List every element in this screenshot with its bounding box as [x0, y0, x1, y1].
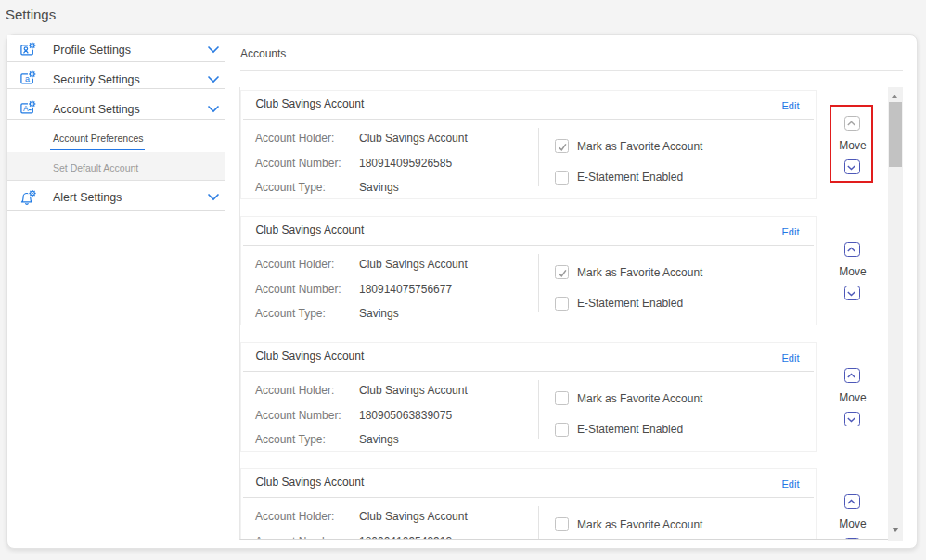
svg-text:A: A	[23, 104, 29, 113]
